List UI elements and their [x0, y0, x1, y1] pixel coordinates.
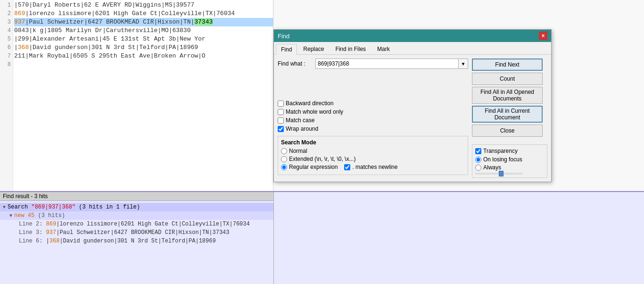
find-dialog-title: Find ×	[274, 30, 551, 42]
result-match-text-1: 869	[46, 221, 57, 227]
search-mode-regex-label: Regular expression	[289, 164, 338, 170]
find-all-current-button[interactable]: Find All in Current Document	[472, 106, 543, 123]
line-num-7: 7	[0, 52, 13, 60]
count-button[interactable]: Count	[472, 73, 543, 85]
editor-area: 1 2 3 4 5 6 7 8 |570|Daryl Roberts|62 E …	[0, 0, 273, 191]
search-mode-normal: Normal	[281, 148, 465, 154]
wrap-around-row: Wrap around	[278, 125, 468, 132]
result-match-text-3: 368	[50, 238, 60, 244]
line-num-5: 5	[0, 35, 13, 43]
line-numbers: 1 2 3 4 5 6 7 8	[0, 0, 13, 191]
match-whole-word-row: Match whole word only	[278, 109, 468, 115]
result-file-text: new 45 (3 hits)	[14, 212, 65, 219]
find-body: Find what : ▼ Backward direction Match w…	[274, 55, 551, 182]
find-what-row: Find what : ▼	[278, 58, 468, 69]
wrap-around-checkbox[interactable]	[278, 126, 284, 132]
expand-search-icon: ▼	[3, 205, 6, 210]
match-case-label: Match case	[286, 117, 314, 124]
line-num-1: 1	[0, 1, 13, 9]
transparency-slider-container	[475, 173, 544, 175]
always-option: Always	[475, 164, 544, 171]
code-line-8	[14, 60, 273, 69]
tab-find-in-files[interactable]: Find in Files	[330, 44, 371, 54]
transparency-header: Transparency	[475, 148, 544, 154]
dot-matches-newline-checkbox[interactable]	[344, 164, 350, 170]
code-line-1: |570|Daryl Roberts|62 E AVERY RD|Wiggins…	[14, 1, 273, 9]
code-line-4: 0843|k g|1805 Marilyn Dr|Caruthersville|…	[14, 26, 273, 35]
find-left: Find what : ▼ Backward direction Match w…	[278, 58, 468, 178]
find-dialog-close-button[interactable]: ×	[539, 32, 547, 40]
find-dialog-title-text: Find	[278, 33, 289, 40]
backward-direction-label: Backward direction	[286, 100, 333, 107]
line-num-3: 3	[0, 18, 13, 26]
result-match-text-2: 937	[46, 229, 57, 236]
find-all-opened-button[interactable]: Find All in All Opened Documents	[472, 87, 543, 104]
result-line-num-2: Line 3:	[19, 229, 46, 236]
wrap-around-label: Wrap around	[286, 125, 318, 132]
search-mode-regex: Regular expression . matches newline	[281, 164, 465, 170]
search-mode-extended-label: Extended (\n, \r, \t, \0, \x...)	[289, 156, 355, 162]
line-num-6: 6	[0, 43, 13, 52]
close-button[interactable]: Close	[472, 125, 543, 137]
on-losing-focus-label: On losing focus	[483, 156, 522, 163]
code-content: |570|Daryl Roberts|62 E AVERY RD|Wiggins…	[14, 1, 273, 69]
match-case-checkbox[interactable]	[278, 117, 284, 124]
tab-mark[interactable]: Mark	[372, 44, 395, 54]
line-num-8: 8	[0, 60, 13, 69]
transparency-slider[interactable]	[475, 173, 522, 175]
transparency-checkbox[interactable]	[475, 148, 481, 154]
find-next-button[interactable]: Find Next	[472, 58, 543, 71]
search-mode-section: Search Mode Normal Extended (\n, \r, \t,…	[278, 136, 468, 175]
result-line-num-3: Line 6:	[19, 238, 46, 244]
find-what-input[interactable]	[315, 58, 459, 69]
backward-direction-row: Backward direction	[278, 100, 468, 107]
match-whole-word-checkbox[interactable]	[278, 109, 284, 115]
code-line-3: 937|Paul Schweitzer|6427 BROOKMEAD CIR|H…	[14, 18, 273, 26]
line-num-4: 4	[0, 26, 13, 35]
main-area: 1 2 3 4 5 6 7 8 |570|Daryl Roberts|62 E …	[0, 0, 644, 284]
bottom-right	[273, 191, 644, 284]
find-what-dropdown[interactable]: ▼	[459, 58, 468, 69]
backward-direction-checkbox[interactable]	[278, 100, 284, 107]
match-whole-word-label: Match whole word only	[286, 109, 343, 115]
find-result-title: Find result - 3 hits	[3, 193, 48, 200]
always-label: Always	[483, 164, 501, 171]
search-mode-title: Search Mode	[281, 139, 465, 146]
result-line-num-1: Line 2:	[19, 221, 46, 227]
transparency-label: Transparency	[483, 148, 518, 154]
match-case-row: Match case	[278, 117, 468, 124]
search-mode-normal-radio[interactable]	[281, 148, 287, 154]
search-mode-normal-label: Normal	[289, 148, 307, 154]
slider-thumb	[499, 171, 504, 176]
find-right: Find Next Count Find All in All Opened D…	[472, 58, 547, 178]
expand-file-icon: ▼	[9, 213, 12, 218]
tab-replace[interactable]: Replace	[298, 44, 329, 54]
on-losing-focus-option: On losing focus	[475, 156, 544, 163]
search-mode-regex-radio[interactable]	[281, 164, 287, 170]
find-dialog: Find × Find Replace Find in Files Mark F…	[273, 29, 552, 182]
code-line-7: 211|Mark Roybal|6505 S 295th East Ave|Br…	[14, 52, 273, 60]
on-losing-focus-radio[interactable]	[475, 157, 481, 163]
code-line-5: |299|Alexander Artesani|45 E 131st St Ap…	[14, 35, 273, 43]
code-line-2: 869|lorenzo lissimore|6201 High Gate Ct|…	[14, 9, 273, 18]
line-num-2: 2	[0, 9, 13, 18]
code-line-6: |368|David gunderson|301 N 3rd St|Telfor…	[14, 43, 273, 52]
search-mode-extended-radio[interactable]	[281, 156, 287, 162]
find-what-label: Find what :	[278, 60, 315, 67]
find-tabs: Find Replace Find in Files Mark	[274, 42, 551, 55]
always-radio[interactable]	[475, 165, 481, 171]
dot-matches-newline-label: . matches newline	[352, 164, 397, 170]
transparency-section: Transparency On losing focus Always	[472, 144, 547, 178]
tab-find[interactable]: Find	[276, 44, 297, 55]
result-search-text: Search "869|937|368" (3 hits in 1 file)	[8, 204, 140, 210]
search-mode-extended: Extended (\n, \r, \t, \0, \x...)	[281, 156, 465, 162]
